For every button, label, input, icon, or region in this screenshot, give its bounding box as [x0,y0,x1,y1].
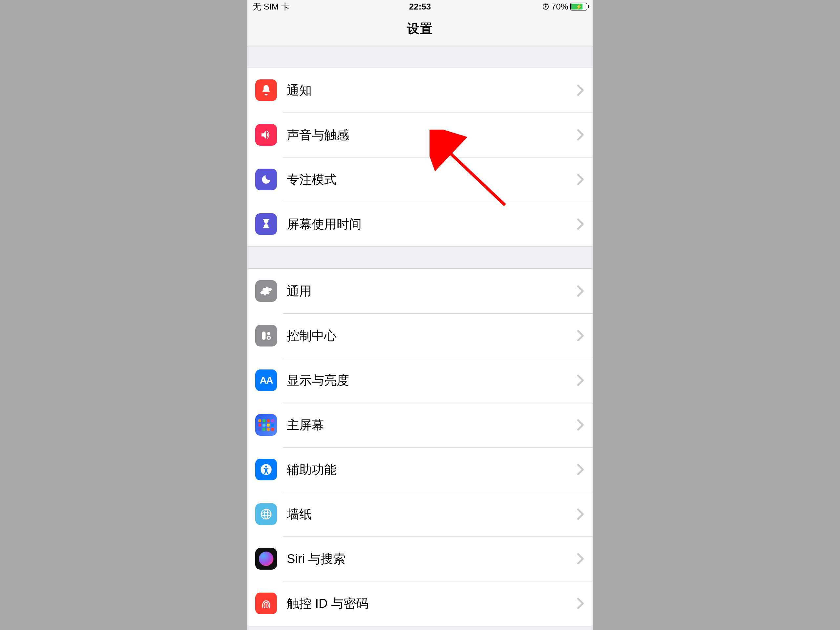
row-display-brightness[interactable]: AA 显示与亮度 [248,358,592,403]
notifications-icon [255,79,277,101]
general-icon [255,280,277,302]
section-gap [248,247,592,268]
display-icon: AA [255,369,277,391]
chevron-right-icon [577,419,584,431]
chevron-right-icon [577,597,584,609]
row-label: 主屏幕 [287,417,577,433]
carrier-label: 无 SIM 卡 [253,1,290,13]
touch-id-icon [255,592,277,614]
chevron-right-icon [577,218,584,230]
status-time: 22:53 [248,2,592,12]
section-gap [248,46,592,68]
row-wallpaper[interactable]: 墙纸 [248,492,592,537]
chevron-right-icon [577,129,584,141]
battery-icon: ⚡ [570,3,587,11]
row-screen-time[interactable]: 屏幕使用时间 [248,202,592,246]
row-label: 通知 [287,82,577,99]
chevron-right-icon [577,553,584,565]
row-label: 屏幕使用时间 [287,216,577,233]
svg-rect-1 [545,6,547,8]
row-siri-search[interactable]: Siri 与搜索 [248,537,592,581]
phone-frame: 无 SIM 卡 22:53 70% ⚡ 设置 通知 声音与触 [248,0,592,630]
page-title: 设置 [248,13,592,46]
chevron-right-icon [577,174,584,185]
row-accessibility[interactable]: 辅助功能 [248,447,592,492]
screen-time-icon [255,213,277,235]
row-label: 显示与亮度 [287,372,577,389]
status-bar: 无 SIM 卡 22:53 70% ⚡ [248,0,592,13]
siri-icon [255,548,277,570]
row-home-screen[interactable]: 主屏幕 [248,403,592,447]
svg-point-3 [267,332,270,335]
row-general[interactable]: 通用 [248,269,592,313]
chevron-right-icon [577,508,584,520]
row-label: 控制中心 [287,327,577,344]
row-touch-id-passcode[interactable]: 触控 ID 与密码 [248,581,592,626]
row-focus[interactable]: 专注模式 [248,157,592,202]
row-sounds-haptics[interactable]: 声音与触感 [248,112,592,157]
row-label: 墙纸 [287,506,577,523]
svg-point-7 [264,513,268,516]
row-label: Siri 与搜索 [287,551,577,567]
chevron-right-icon [577,285,584,297]
row-label: 辅助功能 [287,461,577,478]
svg-point-6 [265,466,267,467]
focus-icon [255,169,277,190]
settings-group-1: 通知 声音与触感 专注模式 屏幕使用时间 [248,68,592,247]
chevron-right-icon [577,374,584,386]
wallpaper-icon [255,503,277,525]
orientation-lock-icon [542,3,549,10]
row-label: 声音与触感 [287,127,577,144]
home-screen-icon [255,414,277,436]
svg-rect-2 [262,332,265,339]
row-label: 专注模式 [287,171,577,188]
chevron-right-icon [577,330,584,341]
battery-percent: 70% [551,2,568,12]
control-center-icon [255,325,277,346]
chevron-right-icon [577,84,584,96]
sounds-icon [255,124,277,146]
row-control-center[interactable]: 控制中心 [248,313,592,358]
row-notifications[interactable]: 通知 [248,68,592,112]
chevron-right-icon [577,464,584,475]
svg-point-8 [261,509,271,519]
settings-group-2: 通用 控制中心 AA 显示与亮度 主屏幕 [248,268,592,626]
svg-point-4 [267,336,270,339]
accessibility-icon [255,459,277,480]
status-right: 70% ⚡ [542,2,587,12]
row-label: 触控 ID 与密码 [287,595,577,612]
row-label: 通用 [287,283,577,300]
